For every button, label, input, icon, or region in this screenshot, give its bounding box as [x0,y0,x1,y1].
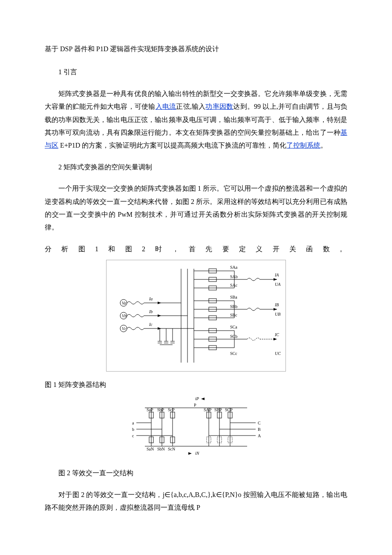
svg-text:SBP: SBP [214,407,222,412]
svg-text:SaP: SaP [147,407,153,412]
svg-text:C: C [258,421,261,425]
section-2-heading: 2 矩阵式变换器的空间矢量调制 [45,161,347,174]
figure-1: Va Ia Vb Ib Vc Ic [45,260,347,376]
svg-text:b: b [132,427,134,432]
svg-text:Vb: Vb [122,314,127,318]
figure-2: iP P SaP SbP ScP SaN SbN ScN [45,395,347,463]
svg-text:SBa: SBa [230,295,237,299]
para1-text-d: E+P1D 的方案，实验证明此方案可以提高高频大电流下换流的可靠性，简化 [58,142,286,149]
svg-text:SAa: SAa [230,265,238,270]
link-power-factor[interactable]: 功率因数 [205,103,233,110]
svg-marker-58 [274,308,277,311]
svg-text:Ib: Ib [149,309,153,314]
svg-text:SCc: SCc [230,351,237,356]
svg-text:UC: UC [275,351,281,356]
output-phase-C: SCa SCb SCc IC UC [194,325,281,356]
figure-2-caption: 图 2 等效交一直一交结构 [45,467,347,479]
svg-text:SCb: SCb [230,334,237,339]
svg-text:Vc: Vc [122,326,127,331]
svg-text:SbN: SbN [157,447,165,451]
svg-marker-121 [188,452,192,455]
input-phase-b: Vb Ib [120,309,175,319]
input-phase-c: Vc Ic [120,322,175,332]
svg-text:A: A [258,433,261,438]
svg-marker-78 [201,398,205,400]
para1-text-e: 。 [320,142,327,149]
paragraph-2: 一个用于实现交一交变换的矩阵式变换器如图 1 所示。它可以用一个虚拟的整流器和一… [45,182,347,234]
svg-text:UA: UA [275,282,281,287]
svg-text:SAP: SAP [204,407,212,412]
svg-marker-9 [158,314,161,317]
svg-text:SCP: SCP [225,407,233,412]
paragraph-1: 矩阵式变换器是一种具有优良的输入输出特性的新型交一交变换器。它允许频率单级变换，… [45,87,347,152]
svg-text:ScN: ScN [168,447,175,451]
svg-text:c: c [132,433,134,438]
svg-text:SAb: SAb [230,274,238,279]
paragraph-3: 对于图 2 的等效交一直一交结构，j∈{a,b,c,A,B,C,},k∈{P,N… [45,488,347,514]
svg-text:Ia: Ia [149,296,153,301]
input-filter-caps [158,328,175,345]
svg-marker-73 [274,338,277,340]
svg-marker-14 [158,327,161,330]
svg-text:IA: IA [274,273,279,277]
svg-marker-43 [274,278,277,281]
output-phase-B: SBa SBb SBc IB UB [194,295,280,320]
svg-text:UB: UB [275,312,280,317]
svg-text:iN: iN [195,451,200,456]
document-title: 基于 DSP 器件和 P1D 逻辑器件实现矩阵变换器系统的设计 [45,43,347,55]
figure-1-caption: 图 1 矩阵变换器结构 [45,378,347,391]
svg-text:a: a [132,421,134,425]
svg-text:P: P [194,403,196,407]
input-phase-a: Va Ia [120,296,175,306]
output-phase-A: SAa SAb SAc IA UA [194,265,281,290]
spread-definition-line: 分析图1和图2时，首先要定义开关函数。 [45,243,347,256]
svg-text:SAc: SAc [230,283,238,288]
svg-text:Va: Va [122,301,126,305]
svg-text:ScP: ScP [168,407,175,412]
svg-text:B: B [258,427,261,432]
para1-text-b: 正弦,输入 [176,103,205,110]
figure-1-svg: Va Ia Vb Ib Vc Ic [106,260,286,372]
section-1-heading: 1 引言 [45,66,347,78]
svg-text:SaN: SaN [147,447,154,451]
link-control-system[interactable]: 了控制系统 [286,142,320,149]
right-inverter: SAP SBP SCP [204,407,233,446]
svg-marker-4 [158,302,161,304]
link-input-current[interactable]: 入电流 [156,103,176,110]
svg-text:SBb: SBb [230,304,237,309]
svg-text:IB: IB [274,302,279,307]
svg-text:Ic: Ic [149,322,153,327]
svg-text:IC: IC [274,332,279,337]
svg-text:SBc: SBc [230,313,237,317]
svg-text:SCa: SCa [230,325,237,329]
figure-2-svg: iP P SaP SbP ScP SaN SbN ScN [128,395,264,459]
svg-text:SbP: SbP [157,407,164,412]
svg-text:iP: iP [195,396,199,401]
